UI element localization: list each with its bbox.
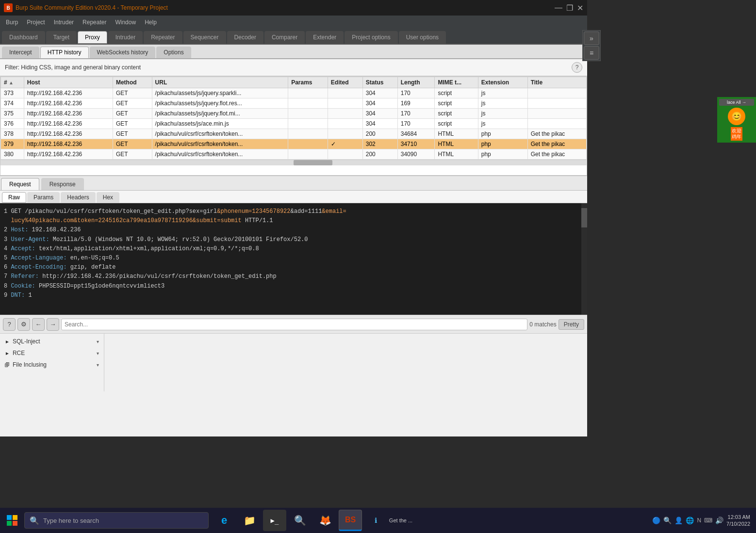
col-method[interactable]: Method bbox=[113, 77, 152, 88]
tab-params[interactable]: Params bbox=[27, 192, 60, 203]
taskbar-firefox[interactable]: 🦊 bbox=[313, 510, 337, 531]
taskbar-terminal[interactable]: ▶_ bbox=[263, 510, 286, 531]
table-row[interactable]: 375http://192.168.42.236GET/pikachu/asse… bbox=[1, 109, 587, 119]
restore-icon[interactable]: ❐ bbox=[566, 3, 573, 13]
col-url[interactable]: URL bbox=[152, 77, 288, 88]
replace-all-button[interactable]: lace All → bbox=[719, 99, 754, 106]
forward-icon[interactable]: → bbox=[47, 318, 59, 331]
window-controls: — ❐ ✕ bbox=[555, 3, 583, 13]
search-input[interactable] bbox=[61, 319, 527, 330]
sub-tab-websockets[interactable]: WebSockets history bbox=[90, 47, 156, 58]
bluetooth-icon: 🔵 bbox=[652, 517, 660, 524]
col-mime[interactable]: MIME t... bbox=[435, 77, 478, 88]
col-status[interactable]: Status bbox=[362, 77, 397, 88]
file-inclusing-arrow-icon: 🗐 bbox=[5, 362, 10, 368]
menu-window[interactable]: Window bbox=[111, 17, 140, 27]
sidebar-item-rce[interactable]: ► RCE ▾ bbox=[0, 347, 104, 359]
col-params[interactable]: Params bbox=[288, 77, 328, 88]
taskbar: 🔍 Type here to search e 📁 ▶_ 🔍 🦊 BS ℹ Ge… bbox=[0, 508, 756, 533]
col-num[interactable]: # ▲ bbox=[1, 77, 24, 88]
tab-hex[interactable]: Hex bbox=[97, 192, 119, 203]
rce-arrow-icon: ► bbox=[5, 351, 10, 356]
pretty-button[interactable]: Pretty bbox=[559, 319, 584, 330]
table-row[interactable]: 373http://192.168.42.236GET/pikachu/asse… bbox=[1, 88, 587, 98]
taskbar-search-app[interactable]: 🔍 bbox=[288, 510, 312, 531]
clock-date: 7/10/2022 bbox=[726, 520, 750, 527]
sidebar-file-inclusing-label: File Inclusing bbox=[13, 361, 97, 368]
table-row[interactable]: 380http://192.168.42.236GET/pikachu/vul/… bbox=[1, 149, 587, 160]
taskbar-info[interactable]: ℹ bbox=[364, 510, 387, 531]
table-row[interactable]: 378http://192.168.42.236GET/pikachu/vul/… bbox=[1, 129, 587, 139]
menu-intruder[interactable]: Intruder bbox=[50, 17, 78, 27]
tab-intruder[interactable]: Intruder bbox=[108, 31, 143, 44]
col-length[interactable]: Length bbox=[397, 77, 435, 88]
tab-response[interactable]: Response bbox=[41, 178, 84, 190]
help-circle-icon[interactable]: ? bbox=[3, 318, 16, 331]
col-extension[interactable]: Extension bbox=[478, 77, 527, 88]
tab-proxy[interactable]: Proxy bbox=[78, 31, 107, 44]
taskbar-get-the[interactable]: Get the ... bbox=[389, 510, 412, 531]
menu-help[interactable]: Help bbox=[141, 17, 161, 27]
menu-button[interactable]: ≡ bbox=[584, 46, 599, 60]
table-row[interactable]: 374http://192.168.42.236GET/pikachu/asse… bbox=[1, 98, 587, 109]
tab-comparer[interactable]: Comparer bbox=[264, 31, 305, 44]
sql-inject-chevron-icon: ▾ bbox=[97, 339, 99, 344]
req-line-9: 8 Cookie: PHPSESSID=ppt15g1ode6nqntcvvim… bbox=[4, 282, 583, 291]
tab-decoder[interactable]: Decoder bbox=[227, 31, 263, 44]
tab-repeater[interactable]: Repeater bbox=[144, 31, 182, 44]
network-icon: 🌐 bbox=[686, 517, 694, 524]
menu-burp[interactable]: Burp bbox=[2, 17, 22, 27]
horizontal-scrollbar[interactable] bbox=[0, 160, 587, 165]
sub-tab-intercept[interactable]: Intercept bbox=[2, 47, 39, 58]
col-edited[interactable]: Edited bbox=[328, 77, 362, 88]
welcome-label[interactable]: 欢迎鸡年 bbox=[731, 127, 742, 141]
taskbar-edge[interactable]: e bbox=[213, 510, 236, 531]
tab-headers[interactable]: Headers bbox=[61, 192, 95, 203]
start-button[interactable] bbox=[2, 510, 22, 531]
table-header-row: # ▲ Host Method URL Params Edited Status… bbox=[1, 77, 587, 88]
col-title[interactable]: Title bbox=[527, 77, 586, 88]
svg-rect-0 bbox=[7, 515, 12, 520]
svg-rect-2 bbox=[7, 521, 12, 526]
help-button[interactable]: ? bbox=[572, 62, 582, 73]
tab-project-options[interactable]: Project options bbox=[345, 31, 397, 44]
menu-project[interactable]: Project bbox=[23, 17, 49, 27]
taskbar-files[interactable]: 📁 bbox=[238, 510, 261, 531]
sub-tab-http-history[interactable]: HTTP history bbox=[40, 47, 89, 58]
taskbar-clock[interactable]: 12:03 AM 7/10/2022 bbox=[726, 514, 750, 528]
settings-icon[interactable]: ⚙ bbox=[17, 318, 30, 331]
filter-bar: Filter: Hiding CSS, image and general bi… bbox=[0, 59, 587, 76]
col-host[interactable]: Host bbox=[24, 77, 113, 88]
sub-tab-bar: Intercept HTTP history WebSockets histor… bbox=[0, 45, 587, 59]
svg-rect-3 bbox=[13, 521, 17, 526]
scrollbar-thumb bbox=[294, 160, 332, 165]
sub-tab-options[interactable]: Options bbox=[156, 47, 191, 58]
tab-sequencer[interactable]: Sequencer bbox=[183, 31, 226, 44]
menu-bar: Burp Project Intruder Repeater Window He… bbox=[0, 16, 587, 29]
pikachu-icon: 😊 bbox=[728, 108, 745, 125]
request-scrollbar[interactable] bbox=[581, 203, 587, 315]
minimize-icon[interactable]: — bbox=[555, 3, 562, 13]
tab-extender[interactable]: Extender bbox=[306, 31, 344, 44]
sidebar-item-file-inclusing[interactable]: 🗐 File Inclusing ▾ bbox=[0, 359, 104, 371]
file-inclusing-chevron-icon: ▾ bbox=[97, 362, 99, 368]
taskbar-burpsuite[interactable]: BS bbox=[339, 510, 362, 531]
user-icon: 👤 bbox=[674, 517, 683, 524]
tab-target[interactable]: Target bbox=[46, 31, 77, 44]
table-row[interactable]: 379http://192.168.42.236GET/pikachu/vul/… bbox=[1, 139, 587, 149]
sql-inject-arrow-icon: ► bbox=[5, 339, 10, 344]
taskbar-search[interactable]: 🔍 Type here to search bbox=[24, 512, 209, 529]
tab-dashboard[interactable]: Dashboard bbox=[2, 31, 45, 44]
close-icon[interactable]: ✕ bbox=[577, 3, 583, 13]
sidebar-item-sql-inject[interactable]: ► SQL-Inject ▾ bbox=[0, 336, 104, 347]
tab-user-options[interactable]: User options bbox=[399, 31, 446, 44]
table-row[interactable]: 376http://192.168.42.236GET/pikachu/asse… bbox=[1, 119, 587, 129]
tab-raw[interactable]: Raw bbox=[2, 192, 26, 203]
collapse-button[interactable]: » bbox=[584, 32, 599, 45]
right-overlay-panel: » ≡ bbox=[582, 30, 601, 61]
back-icon[interactable]: ← bbox=[32, 318, 45, 331]
req-line-6: 5 Accept-Language: en,en-US;q=0.5 bbox=[4, 254, 583, 263]
menu-repeater[interactable]: Repeater bbox=[79, 17, 110, 27]
svg-rect-1 bbox=[13, 515, 17, 520]
tab-request[interactable]: Request bbox=[1, 178, 39, 190]
